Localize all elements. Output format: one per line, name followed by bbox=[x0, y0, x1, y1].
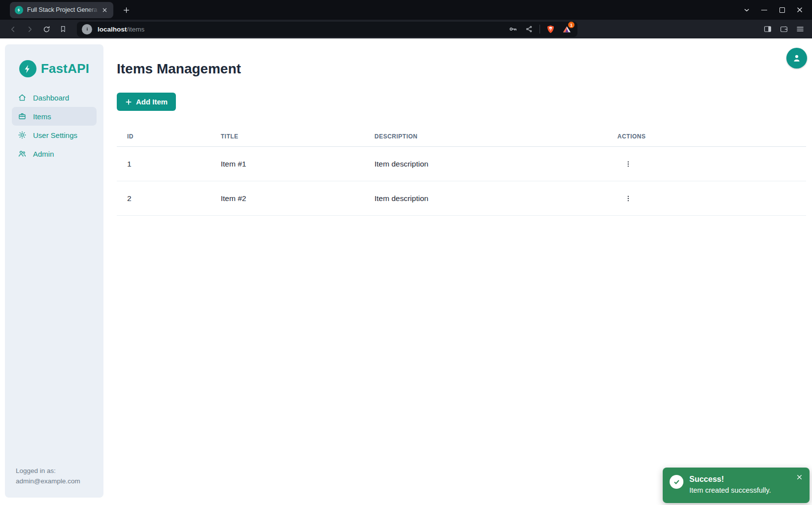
sidebar-item-admin[interactable]: Admin bbox=[12, 144, 97, 163]
url-text: localhost/items bbox=[98, 26, 144, 33]
side-panel-icon[interactable] bbox=[762, 23, 774, 35]
row-actions-kebab-icon[interactable] bbox=[621, 157, 635, 171]
logo-text: FastAPI bbox=[41, 61, 89, 76]
items-table: ID TITLE DESCRIPTION ACTIONS 1 Item #1 I… bbox=[117, 126, 806, 216]
bookmark-icon[interactable] bbox=[56, 22, 70, 36]
logged-in-footer: Logged in as: admin@example.com bbox=[16, 466, 80, 487]
add-item-button[interactable]: Add Item bbox=[117, 93, 176, 111]
toolbar-divider bbox=[540, 25, 540, 34]
row-actions-kebab-icon[interactable] bbox=[621, 192, 635, 205]
forward-button[interactable] bbox=[23, 22, 36, 36]
new-tab-button[interactable] bbox=[119, 3, 133, 17]
column-header-actions: ACTIONS bbox=[617, 133, 806, 140]
sidebar-item-dashboard[interactable]: Dashboard bbox=[12, 88, 97, 107]
address-bar-icons: 1 bbox=[507, 23, 573, 35]
cell-actions bbox=[617, 157, 806, 171]
logged-in-label: Logged in as: bbox=[16, 466, 80, 476]
column-header-description: DESCRIPTION bbox=[374, 133, 617, 140]
toolbar-right-icons bbox=[762, 23, 806, 35]
sidebar-item-label: User Settings bbox=[33, 131, 77, 139]
brave-rewards-bat-icon[interactable]: 1 bbox=[561, 23, 573, 35]
cell-id: 1 bbox=[127, 160, 221, 168]
add-item-button-label: Add Item bbox=[136, 98, 168, 106]
sidebar-item-label: Admin bbox=[33, 150, 54, 158]
sidebar-item-label: Dashboard bbox=[33, 94, 69, 102]
cell-description: Item description bbox=[374, 194, 617, 203]
toast-title: Success! bbox=[689, 474, 771, 485]
briefcase-icon bbox=[18, 112, 27, 121]
share-icon[interactable] bbox=[523, 23, 535, 35]
tab-close-icon[interactable] bbox=[100, 5, 109, 15]
page-title: Items Management bbox=[117, 61, 806, 77]
user-avatar-button[interactable] bbox=[786, 48, 807, 68]
browser-toolbar: localhost/items 1 bbox=[0, 20, 812, 38]
wallet-icon[interactable] bbox=[778, 23, 790, 35]
toast-close-icon[interactable] bbox=[794, 471, 805, 482]
password-key-icon[interactable] bbox=[507, 23, 519, 35]
column-header-id: ID bbox=[127, 133, 221, 140]
logged-in-email: admin@example.com bbox=[16, 476, 80, 487]
table-row: 2 Item #2 Item description bbox=[117, 181, 806, 216]
sidebar-item-items[interactable]: Items bbox=[12, 107, 97, 126]
table-header-row: ID TITLE DESCRIPTION ACTIONS bbox=[117, 126, 806, 147]
browser-tab-bar: Full Stack Project Genera bbox=[0, 0, 812, 20]
window-controls bbox=[740, 3, 812, 16]
column-header-title: TITLE bbox=[221, 133, 374, 140]
fastapi-bolt-favicon-icon bbox=[15, 6, 23, 14]
tab-title: Full Stack Project Genera bbox=[27, 6, 100, 13]
success-toast: Success! Item created successfully. bbox=[663, 468, 810, 503]
tab-search-chevron-icon[interactable] bbox=[740, 3, 753, 16]
cell-actions bbox=[617, 192, 806, 205]
table-row: 1 Item #1 Item description bbox=[117, 147, 806, 181]
plus-icon bbox=[125, 99, 132, 105]
cell-title: Item #1 bbox=[221, 160, 374, 168]
fastapi-bolt-icon bbox=[19, 60, 36, 77]
minimize-button[interactable] bbox=[758, 3, 771, 16]
tab-title-fade bbox=[87, 6, 100, 13]
menu-hamburger-icon[interactable] bbox=[794, 23, 806, 35]
maximize-button[interactable] bbox=[776, 3, 788, 16]
home-icon bbox=[18, 93, 27, 102]
user-avatar-icon bbox=[791, 53, 802, 64]
rewards-badge: 1 bbox=[568, 22, 575, 28]
check-circle-icon bbox=[670, 475, 683, 489]
cell-id: 2 bbox=[127, 194, 221, 203]
fastapi-logo: FastAPI bbox=[5, 44, 103, 77]
sidebar-item-label: Items bbox=[33, 112, 51, 121]
browser-tab[interactable]: Full Stack Project Genera bbox=[10, 2, 113, 18]
address-bar[interactable]: localhost/items 1 bbox=[77, 22, 577, 37]
gear-icon bbox=[18, 131, 27, 139]
cell-title: Item #2 bbox=[221, 194, 374, 203]
app-sidebar: FastAPI Dashboard Items User Settings bbox=[5, 44, 103, 498]
toast-message: Item created successfully. bbox=[689, 486, 771, 494]
page-body: FastAPI Dashboard Items User Settings bbox=[0, 38, 812, 505]
brave-shield-icon[interactable] bbox=[544, 23, 556, 35]
back-button[interactable] bbox=[6, 22, 20, 36]
sidebar-item-user-settings[interactable]: User Settings bbox=[12, 126, 97, 144]
sidebar-nav: Dashboard Items User Settings Admin bbox=[5, 88, 103, 163]
site-info-icon[interactable] bbox=[82, 24, 92, 34]
reload-button[interactable] bbox=[39, 22, 53, 36]
main-content: Items Management Add Item ID TITLE DESCR… bbox=[117, 38, 812, 216]
cell-description: Item description bbox=[374, 160, 617, 168]
close-window-button[interactable] bbox=[793, 3, 806, 16]
users-icon bbox=[18, 149, 27, 158]
